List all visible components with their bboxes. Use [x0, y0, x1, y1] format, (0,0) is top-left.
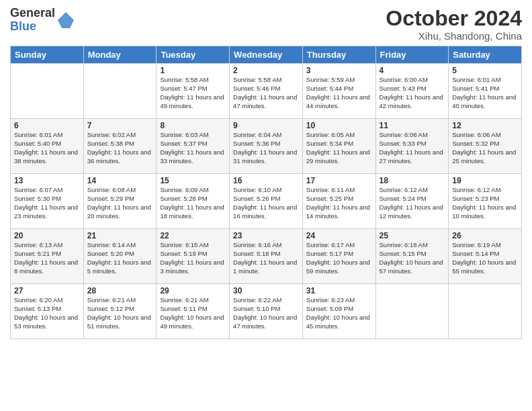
week-row-4: 20Sunrise: 6:13 AM Sunset: 5:21 PM Dayli…: [11, 229, 522, 284]
weekday-header-monday: Monday: [83, 46, 157, 64]
calendar-cell: 14Sunrise: 6:08 AM Sunset: 5:29 PM Dayli…: [83, 174, 157, 229]
calendar-cell: 6Sunrise: 6:01 AM Sunset: 5:40 PM Daylig…: [11, 119, 84, 174]
calendar-cell: 27Sunrise: 6:20 AM Sunset: 5:13 PM Dayli…: [11, 284, 84, 339]
weekday-header-row: SundayMondayTuesdayWednesdayThursdayFrid…: [11, 46, 522, 64]
logo-blue: Blue: [10, 20, 55, 34]
day-number: 15: [160, 176, 226, 185]
calendar-cell: [83, 64, 157, 119]
day-info: Sunrise: 6:07 AM Sunset: 5:30 PM Dayligh…: [14, 186, 80, 220]
day-info: Sunrise: 6:21 AM Sunset: 5:11 PM Dayligh…: [160, 296, 226, 330]
day-number: 17: [306, 176, 372, 185]
weekday-header-wednesday: Wednesday: [230, 46, 303, 64]
day-info: Sunrise: 6:06 AM Sunset: 5:32 PM Dayligh…: [452, 131, 518, 165]
day-info: Sunrise: 6:19 AM Sunset: 5:14 PM Dayligh…: [452, 241, 518, 275]
day-number: 20: [14, 231, 80, 240]
logo-text: General Blue: [10, 7, 55, 34]
calendar-cell: 12Sunrise: 6:06 AM Sunset: 5:32 PM Dayli…: [449, 119, 522, 174]
calendar-cell: 9Sunrise: 6:04 AM Sunset: 5:36 PM Daylig…: [230, 119, 303, 174]
day-number: 10: [306, 121, 372, 130]
day-info: Sunrise: 5:58 AM Sunset: 5:47 PM Dayligh…: [160, 76, 226, 110]
weekday-header-sunday: Sunday: [11, 46, 84, 64]
calendar-table: SundayMondayTuesdayWednesdayThursdayFrid…: [10, 46, 522, 339]
weekday-header-tuesday: Tuesday: [157, 46, 230, 64]
day-info: Sunrise: 6:14 AM Sunset: 5:20 PM Dayligh…: [87, 241, 153, 275]
day-number: 1: [160, 66, 226, 75]
logo-icon: [56, 11, 75, 30]
day-info: Sunrise: 6:15 AM Sunset: 5:19 PM Dayligh…: [160, 241, 226, 275]
calendar-cell: 28Sunrise: 6:21 AM Sunset: 5:12 PM Dayli…: [83, 284, 157, 339]
day-number: 21: [87, 231, 153, 240]
day-info: Sunrise: 6:10 AM Sunset: 5:26 PM Dayligh…: [233, 186, 299, 220]
day-number: 14: [87, 176, 153, 185]
day-number: 27: [14, 286, 80, 295]
calendar-cell: 4Sunrise: 6:00 AM Sunset: 5:43 PM Daylig…: [375, 64, 449, 119]
day-info: Sunrise: 6:18 AM Sunset: 5:15 PM Dayligh…: [380, 241, 445, 275]
day-number: 23: [233, 231, 299, 240]
weekday-header-saturday: Saturday: [449, 46, 522, 64]
day-number: 30: [233, 286, 299, 295]
calendar-cell: 31Sunrise: 6:23 AM Sunset: 5:09 PM Dayli…: [302, 284, 375, 339]
calendar-cell: 1Sunrise: 5:58 AM Sunset: 5:47 PM Daylig…: [157, 64, 230, 119]
day-number: 5: [452, 66, 518, 75]
day-info: Sunrise: 6:12 AM Sunset: 5:24 PM Dayligh…: [380, 186, 445, 220]
calendar-cell: 10Sunrise: 6:05 AM Sunset: 5:34 PM Dayli…: [302, 119, 375, 174]
day-info: Sunrise: 6:20 AM Sunset: 5:13 PM Dayligh…: [14, 296, 80, 330]
calendar-cell: 17Sunrise: 6:11 AM Sunset: 5:25 PM Dayli…: [302, 174, 375, 229]
calendar-cell: [449, 284, 522, 339]
calendar-cell: [375, 284, 449, 339]
week-row-3: 13Sunrise: 6:07 AM Sunset: 5:30 PM Dayli…: [11, 174, 522, 229]
day-info: Sunrise: 6:09 AM Sunset: 5:28 PM Dayligh…: [160, 186, 226, 220]
day-number: 19: [452, 176, 518, 185]
day-info: Sunrise: 6:03 AM Sunset: 5:37 PM Dayligh…: [160, 131, 226, 165]
week-row-1: 1Sunrise: 5:58 AM Sunset: 5:47 PM Daylig…: [11, 64, 522, 119]
day-number: 2: [233, 66, 299, 75]
day-number: 26: [452, 231, 518, 240]
day-number: 28: [87, 286, 153, 295]
day-info: Sunrise: 5:58 AM Sunset: 5:46 PM Dayligh…: [233, 76, 299, 110]
calendar-cell: 5Sunrise: 6:01 AM Sunset: 5:41 PM Daylig…: [449, 64, 522, 119]
day-info: Sunrise: 6:16 AM Sunset: 5:18 PM Dayligh…: [233, 241, 299, 275]
day-number: 6: [14, 121, 80, 130]
logo: General Blue: [10, 7, 75, 34]
day-info: Sunrise: 6:00 AM Sunset: 5:43 PM Dayligh…: [380, 76, 445, 110]
day-number: 29: [160, 286, 226, 295]
page: General Blue October 2024 Xihu, Shandong…: [0, 0, 532, 411]
day-number: 7: [87, 121, 153, 130]
day-number: 31: [306, 286, 372, 295]
day-info: Sunrise: 6:11 AM Sunset: 5:25 PM Dayligh…: [306, 186, 372, 220]
day-number: 13: [14, 176, 80, 185]
day-info: Sunrise: 6:01 AM Sunset: 5:41 PM Dayligh…: [452, 76, 518, 110]
day-info: Sunrise: 6:02 AM Sunset: 5:38 PM Dayligh…: [87, 131, 153, 165]
calendar-cell: 8Sunrise: 6:03 AM Sunset: 5:37 PM Daylig…: [157, 119, 230, 174]
day-info: Sunrise: 6:12 AM Sunset: 5:23 PM Dayligh…: [452, 186, 518, 220]
calendar-cell: 23Sunrise: 6:16 AM Sunset: 5:18 PM Dayli…: [230, 229, 303, 284]
logo-general: General: [10, 7, 55, 20]
day-info: Sunrise: 6:08 AM Sunset: 5:29 PM Dayligh…: [87, 186, 153, 220]
header: General Blue October 2024 Xihu, Shandong…: [10, 7, 522, 42]
day-number: 12: [452, 121, 518, 130]
calendar-cell: 29Sunrise: 6:21 AM Sunset: 5:11 PM Dayli…: [157, 284, 230, 339]
day-number: 18: [380, 176, 445, 185]
day-info: Sunrise: 6:22 AM Sunset: 5:10 PM Dayligh…: [233, 296, 299, 330]
day-number: 16: [233, 176, 299, 185]
day-number: 8: [160, 121, 226, 130]
month-title: October 2024: [386, 7, 522, 30]
week-row-5: 27Sunrise: 6:20 AM Sunset: 5:13 PM Dayli…: [11, 284, 522, 339]
weekday-header-friday: Friday: [375, 46, 449, 64]
location-subtitle: Xihu, Shandong, China: [386, 30, 522, 42]
day-info: Sunrise: 6:04 AM Sunset: 5:36 PM Dayligh…: [233, 131, 299, 165]
calendar-cell: 26Sunrise: 6:19 AM Sunset: 5:14 PM Dayli…: [449, 229, 522, 284]
day-number: 11: [380, 121, 445, 130]
day-info: Sunrise: 6:23 AM Sunset: 5:09 PM Dayligh…: [306, 296, 372, 330]
calendar-cell: 19Sunrise: 6:12 AM Sunset: 5:23 PM Dayli…: [449, 174, 522, 229]
day-info: Sunrise: 6:13 AM Sunset: 5:21 PM Dayligh…: [14, 241, 80, 275]
calendar-cell: 24Sunrise: 6:17 AM Sunset: 5:17 PM Dayli…: [302, 229, 375, 284]
day-number: 4: [380, 66, 445, 75]
day-number: 3: [306, 66, 372, 75]
title-section: October 2024 Xihu, Shandong, China: [386, 7, 522, 42]
weekday-header-thursday: Thursday: [302, 46, 375, 64]
calendar-cell: 18Sunrise: 6:12 AM Sunset: 5:24 PM Dayli…: [375, 174, 449, 229]
calendar-cell: 21Sunrise: 6:14 AM Sunset: 5:20 PM Dayli…: [83, 229, 157, 284]
calendar-cell: 2Sunrise: 5:58 AM Sunset: 5:46 PM Daylig…: [230, 64, 303, 119]
day-number: 24: [306, 231, 372, 240]
